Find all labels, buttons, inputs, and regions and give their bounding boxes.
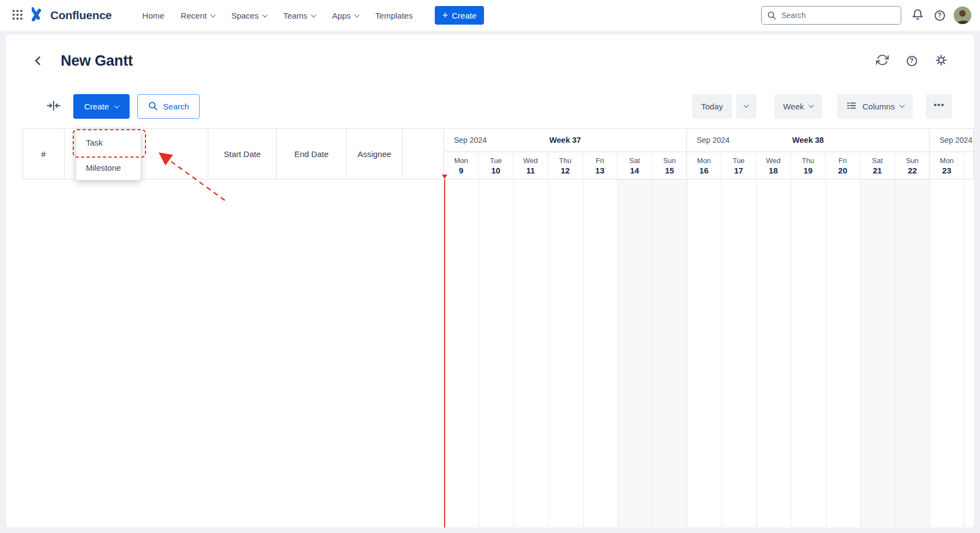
- bell-icon: [912, 9, 924, 22]
- day-header-cell: Thu19: [791, 152, 825, 179]
- nav-item-recent[interactable]: Recent: [174, 7, 221, 25]
- day-number-label: 10: [491, 166, 500, 175]
- timeline-day-column: [618, 179, 652, 528]
- more-dots-icon: •••: [934, 101, 944, 109]
- today-marker-tick: [442, 175, 447, 179]
- global-create-button[interactable]: + Create: [435, 6, 485, 25]
- menu-item-task[interactable]: Task: [76, 130, 141, 155]
- task-list-empty-area: [22, 179, 445, 528]
- week-group: Sep 2024Mon23: [930, 129, 973, 179]
- page-header: New Gantt ?: [30, 45, 952, 76]
- timeline-day-column: [895, 179, 930, 528]
- day-header-cell: Sat14: [617, 152, 652, 179]
- question-icon: ?: [907, 56, 917, 66]
- day-number-label: 11: [526, 166, 535, 175]
- day-header-row: Mon9Tue10Wed11Thu12Fri13Sat14Sun15: [444, 152, 686, 179]
- timeline-day-column: [861, 179, 895, 528]
- question-glyph: ?: [937, 11, 941, 19]
- confluence-home-link[interactable]: Confluence: [32, 7, 112, 24]
- gantt-toolbar: Create Search Today Week: [45, 94, 952, 119]
- top-navigation: Confluence Home Recent Spaces Teams Apps…: [0, 0, 980, 31]
- timeline-day-column: [445, 179, 479, 528]
- more-options-button[interactable]: •••: [926, 94, 952, 119]
- page-background: New Gantt ?: [0, 31, 980, 533]
- chevron-down-icon: [354, 12, 360, 18]
- day-header-cell: Tue10: [479, 152, 513, 179]
- day-of-week-label: Sat: [872, 157, 883, 165]
- day-number-label: 18: [769, 166, 778, 175]
- week-group: Sep 2024Week 38Mon16Tue17Wed18Thu19Fri20…: [687, 129, 930, 179]
- page-header-actions: ?: [871, 50, 952, 72]
- timeline-header: Sep 2024Week 37Mon9Tue10Wed11Thu12Fri13S…: [444, 129, 973, 179]
- columns-button[interactable]: Columns: [837, 94, 913, 119]
- day-of-week-label: Sat: [629, 157, 640, 165]
- nav-item-home[interactable]: Home: [136, 7, 171, 25]
- chevron-down-icon: [114, 103, 120, 108]
- confluence-logo-icon: [32, 7, 46, 24]
- settings-button[interactable]: [930, 50, 952, 72]
- zoom-select-button[interactable]: Week: [774, 94, 822, 119]
- day-of-week-label: Thu: [802, 157, 814, 165]
- day-header-cell: Sat21: [860, 152, 895, 179]
- notifications-button[interactable]: [907, 4, 929, 26]
- app-switcher-button[interactable]: [7, 4, 28, 26]
- timeline-filler: [965, 179, 974, 528]
- gantt-app-card: New Gantt ?: [6, 34, 974, 528]
- nav-item-label: Teams: [283, 11, 307, 20]
- help-button[interactable]: ?: [929, 4, 950, 26]
- month-label: Sep 2024: [940, 136, 972, 144]
- timeline-day-column: [826, 179, 861, 528]
- day-of-week-label: Thu: [559, 157, 571, 165]
- timeline-day-column: [584, 179, 618, 528]
- chevron-down-icon: [900, 102, 905, 108]
- collapse-columns-button[interactable]: [45, 99, 62, 115]
- global-search: [761, 6, 901, 25]
- columns-icon: [846, 100, 857, 113]
- week-header-row: Sep 2024: [930, 129, 973, 152]
- day-header-row: Mon23: [930, 152, 973, 179]
- day-number-label: 15: [665, 166, 674, 175]
- page-title: New Gantt: [61, 53, 133, 69]
- app-help-button[interactable]: ?: [901, 50, 923, 72]
- menu-item-milestone[interactable]: Milestone: [76, 155, 141, 180]
- nav-item-spaces[interactable]: Spaces: [225, 7, 273, 25]
- day-of-week-label: Fri: [838, 157, 847, 165]
- column-header-assignee: Assignee: [347, 129, 402, 179]
- day-of-week-label: Mon: [454, 157, 468, 165]
- back-button[interactable]: [30, 51, 49, 70]
- day-number-label: 14: [630, 166, 639, 175]
- timeline-day-column: [479, 179, 514, 528]
- today-marker-line: [444, 179, 445, 528]
- global-search-input[interactable]: [761, 6, 901, 25]
- search-tasks-button[interactable]: Search: [137, 94, 200, 119]
- nav-item-templates[interactable]: Templates: [369, 7, 419, 25]
- week-group: Sep 2024Week 37Mon9Tue10Wed11Thu12Fri13S…: [444, 129, 687, 179]
- day-of-week-label: Fri: [596, 157, 604, 165]
- product-wordmark: Confluence: [50, 9, 112, 22]
- nav-item-apps[interactable]: Apps: [325, 7, 365, 25]
- question-icon: ?: [935, 10, 945, 21]
- day-of-week-label: Mon: [940, 157, 954, 165]
- question-glyph: ?: [909, 57, 913, 65]
- day-header-cell: Sun15: [652, 152, 687, 179]
- refresh-icon: [876, 54, 889, 68]
- day-header-cell: Wed18: [756, 152, 791, 179]
- timeline-day-column: [930, 179, 965, 528]
- timeline-day-column: [514, 179, 549, 528]
- search-icon: [148, 101, 158, 113]
- timeline-day-column: [687, 179, 722, 528]
- day-of-week-label: Tue: [733, 157, 745, 165]
- today-dropdown-button[interactable]: [736, 94, 756, 119]
- day-number-label: 19: [803, 166, 813, 175]
- refresh-button[interactable]: [871, 50, 893, 72]
- day-number-label: 22: [908, 166, 917, 175]
- chevron-down-icon: [262, 12, 267, 18]
- create-item-button[interactable]: Create: [73, 94, 130, 119]
- toolbar-right-group: Today Week: [692, 94, 952, 119]
- chevron-down-icon: [809, 102, 814, 108]
- day-number-label: 20: [838, 166, 848, 175]
- user-avatar[interactable]: [954, 7, 971, 24]
- nav-item-teams[interactable]: Teams: [277, 7, 322, 25]
- today-button[interactable]: Today: [692, 94, 732, 119]
- month-label: Sep 2024: [697, 136, 730, 144]
